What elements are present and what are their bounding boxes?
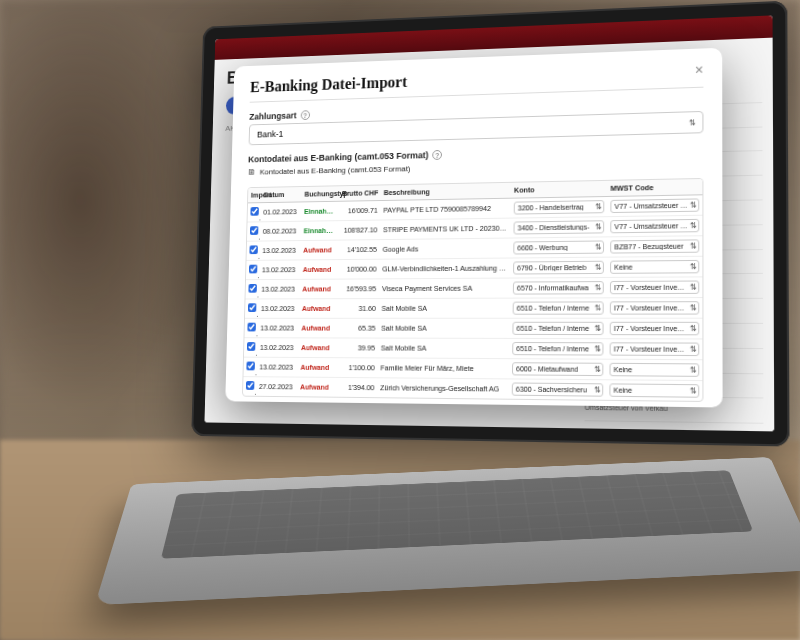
select-arrows-icon: ⇅ [595, 263, 600, 272]
cell-datum: 13.02.2023 [258, 299, 299, 319]
import-table: Import Datum Buchungstyp Brutto CHF Besc… [242, 178, 703, 402]
laptop-screen-bezel: Buch + Ne AKTIONE ST CODE Vorsteuer Inve… [191, 1, 789, 447]
cell-brutto: 31.60 [337, 299, 379, 319]
mwst-select[interactable]: V77 - Umsatzsteuer vo⇅ [610, 198, 699, 213]
select-arrows-icon: ⇅ [690, 365, 695, 374]
konto-select[interactable]: 6510 - Telefon / Interne⇅ [513, 301, 604, 314]
import-checkbox[interactable] [247, 342, 256, 351]
cell-beschreibung: Zürich Versicherungs-Gesellschaft AG [377, 378, 509, 399]
modal-title: E-Banking Datei-Import [250, 73, 407, 96]
col-import: Import [248, 188, 261, 203]
modal-header: E-Banking Datei-Import × [250, 62, 704, 102]
import-modal: E-Banking Datei-Import × Zahlungsart ? B… [225, 48, 722, 408]
cell-brutto: 65.35 [336, 318, 378, 338]
table-row: 27.02.2023Aufwand1'394.00Zürich Versiche… [243, 377, 702, 401]
cell-datum: 01.02.2023 [260, 202, 301, 222]
help-icon[interactable]: ? [432, 150, 442, 160]
select-arrows-icon: ⇅ [690, 262, 695, 271]
cell-brutto: 14'102.55 [338, 240, 380, 260]
laptop-screen: Buch + Ne AKTIONE ST CODE Vorsteuer Inve… [204, 15, 774, 431]
select-arrows-icon: ⇅ [690, 241, 695, 250]
table-row: 13.02.2023Aufwand65.35Salt Mobile SA6510… [244, 318, 702, 339]
cell-buchungstyp: Aufwand [297, 377, 335, 397]
mwst-select[interactable]: Keine⇅ [609, 383, 699, 397]
cell-buchungstyp: Aufwand [297, 357, 335, 377]
cell-buchungstyp: Aufwand [298, 338, 336, 358]
cell-brutto: 1'100.00 [335, 358, 377, 378]
app-background: Buch + Ne AKTIONE ST CODE Vorsteuer Inve… [204, 15, 774, 431]
select-arrows-icon: ⇅ [690, 324, 695, 333]
close-icon[interactable]: × [695, 62, 704, 76]
mwst-select[interactable]: V77 - Umsatzsteuer vo⇅ [610, 219, 699, 233]
cell-buchungstyp: Aufwand [299, 279, 337, 299]
import-checkbox[interactable] [250, 207, 258, 216]
import-checkbox[interactable] [246, 362, 255, 371]
col-brutto: Brutto CHF [339, 185, 381, 201]
mwst-select[interactable]: I77 - Vorsteuer Investio⇅ [610, 342, 700, 356]
cell-brutto: 1'394.00 [335, 377, 377, 397]
select-arrows-icon: ⇅ [689, 118, 694, 127]
table-row: 13.02.2023Aufwand10'000.00GLM-Verbindlic… [246, 256, 702, 279]
cell-buchungstyp: Aufwand [299, 299, 337, 319]
select-arrows-icon: ⇅ [690, 201, 695, 210]
select-arrows-icon: ⇅ [594, 365, 599, 374]
cell-beschreibung: Salt Mobile SA [378, 338, 510, 359]
mwst-select[interactable]: I77 - Vorsteuer Investio⇅ [610, 301, 699, 315]
laptop-keyboard [95, 457, 800, 605]
cell-beschreibung: GLM-Verbindlichkeiten-1 Auszahlung für V… [379, 258, 510, 279]
mwst-select[interactable]: I77 - Vorsteuer Investio⇅ [610, 322, 700, 335]
konto-select[interactable]: 6300 - Sachversicheru⇅ [512, 382, 604, 396]
cell-brutto: 39.95 [336, 338, 378, 358]
import-checkbox[interactable] [249, 245, 258, 254]
mwst-select[interactable]: Keine⇅ [609, 363, 699, 377]
mwst-select[interactable]: BZB77 - Bezugsteuer⇅ [610, 239, 699, 253]
import-checkbox[interactable] [248, 303, 257, 312]
import-checkbox[interactable] [250, 226, 258, 235]
select-arrows-icon: ⇅ [595, 283, 600, 292]
file-name: Kontodatei aus E-Banking (camt.053 Forma… [260, 164, 411, 176]
konto-select[interactable]: 6570 - Informatikaufwa⇅ [513, 281, 604, 295]
select-arrows-icon: ⇅ [594, 303, 599, 312]
col-mwst: MWST Code [607, 179, 702, 197]
konto-select[interactable]: 6000 - Mietaufwand⇅ [512, 362, 603, 376]
cell-beschreibung: PAYPAL PTE LTD 7590085789942 [380, 198, 511, 220]
import-checkbox[interactable] [249, 265, 258, 274]
konto-select[interactable]: 6600 - Werbung⇅ [513, 240, 604, 254]
konto-select[interactable]: 6790 - Übriger Betrieb⇅ [513, 261, 604, 275]
cell-buchungstyp: Aufwand [298, 318, 336, 338]
table-row: 13.02.2023Aufwand31.60Salt Mobile SA6510… [245, 298, 702, 319]
mwst-select[interactable]: Keine⇅ [610, 260, 699, 274]
import-checkbox[interactable] [246, 381, 255, 390]
konto-select[interactable]: 6510 - Telefon / Interne⇅ [512, 322, 603, 335]
cell-beschreibung: STRIPE PAYMENTS UK LTD - 202301 GF85831 [380, 218, 511, 240]
cell-datum: 13.02.2023 [257, 318, 298, 338]
select-arrows-icon: ⇅ [595, 202, 600, 211]
cell-datum: 27.02.2023 [256, 377, 298, 397]
col-buchungstyp: Buchungstyp [302, 186, 340, 202]
cell-buchungstyp: Einnahme [301, 201, 339, 221]
select-arrows-icon: ⇅ [690, 283, 695, 292]
cell-buchungstyp: Einnahme [301, 221, 339, 241]
konto-select[interactable]: 6510 - Telefon / Interne⇅ [512, 342, 603, 356]
import-checkbox[interactable] [247, 323, 256, 332]
cell-brutto: 108'827.10 [338, 220, 380, 240]
payment-type-value: Bank-1 [257, 129, 283, 139]
select-arrows-icon: ⇅ [690, 386, 695, 395]
select-arrows-icon: ⇅ [594, 344, 599, 353]
cell-brutto: 16'009.71 [339, 201, 381, 221]
select-arrows-icon: ⇅ [690, 303, 695, 312]
konto-select[interactable]: 3400 - Dienstleistungs-⇅ [513, 220, 604, 234]
konto-select[interactable]: 3200 - Handelsertrag⇅ [514, 200, 605, 215]
cell-buchungstyp: Aufwand [300, 240, 338, 260]
table-row: 13.02.2023Aufwand39.95Salt Mobile SA6510… [244, 338, 702, 360]
col-datum: Datum [261, 187, 302, 203]
import-checkbox[interactable] [248, 284, 257, 293]
laptop: Buch + Ne AKTIONE ST CODE Vorsteuer Inve… [180, 0, 800, 640]
cell-beschreibung: Viseca Payment Services SA [379, 278, 510, 298]
cell-brutto: 16'593.95 [337, 279, 379, 299]
mwst-select[interactable]: I77 - Vorsteuer Investio⇅ [610, 280, 699, 294]
help-icon[interactable]: ? [300, 110, 309, 120]
cell-datum: 08.02.2023 [260, 221, 301, 241]
cell-beschreibung: Google Ads [380, 238, 511, 259]
cell-datum: 13.02.2023 [259, 241, 300, 261]
